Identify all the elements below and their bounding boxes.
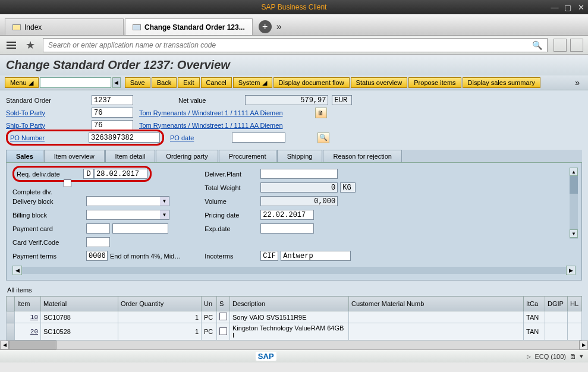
billing-block-dropdown[interactable]: ▼ bbox=[86, 210, 169, 220]
pricing-date-field[interactable] bbox=[260, 210, 314, 220]
table-row[interactable]: 10 SC10788 1 PC Sony VAIO SVS1511R9E TAN bbox=[7, 311, 582, 323]
col-dgip[interactable]: DGIP bbox=[545, 297, 568, 311]
cell-custmat[interactable] bbox=[349, 323, 524, 341]
col-material[interactable]: Material bbox=[41, 297, 118, 311]
close-icon[interactable]: ✕ bbox=[576, 2, 586, 12]
minimize-icon[interactable]: — bbox=[550, 2, 559, 12]
sold-to-link[interactable]: Tom Rymenants / Windstreet 1 / 1111 AA D… bbox=[139, 109, 283, 116]
sold-to-field[interactable] bbox=[92, 108, 133, 118]
tab-change-order[interactable]: Change Standard Order 123... bbox=[125, 18, 253, 35]
col-custmat[interactable]: Customer Material Numb bbox=[349, 297, 524, 311]
ship-to-label[interactable]: Ship-To Party bbox=[6, 122, 89, 129]
col-hl[interactable]: HL bbox=[568, 297, 582, 311]
more-actions-icon[interactable]: » bbox=[575, 78, 583, 87]
col-item[interactable]: Item bbox=[15, 297, 41, 311]
menu-icon[interactable] bbox=[5, 39, 18, 52]
search-input[interactable] bbox=[48, 41, 532, 49]
cell-item[interactable]: 10 bbox=[15, 311, 41, 323]
cell-qty[interactable]: 1 bbox=[118, 323, 202, 341]
cell-itca[interactable]: TAN bbox=[524, 311, 545, 323]
nav-back-icon[interactable]: ◀ bbox=[112, 77, 121, 88]
status-menu-icon[interactable]: ▾ bbox=[580, 352, 583, 360]
scroll-left-icon[interactable]: ◀ bbox=[12, 266, 22, 275]
save-button[interactable]: Save bbox=[125, 77, 150, 88]
ship-to-link[interactable]: Tom Rymenants / Windstreet 1 / 1111 AA D… bbox=[139, 122, 283, 129]
row-selector[interactable] bbox=[7, 311, 15, 323]
tab-item-overview[interactable]: Item overview bbox=[44, 150, 105, 162]
std-order-field[interactable] bbox=[92, 95, 133, 105]
tab-shipping[interactable]: Shipping bbox=[277, 150, 323, 162]
col-un[interactable]: Un bbox=[202, 297, 217, 311]
exit-button[interactable]: Exit bbox=[178, 77, 199, 88]
col-itca[interactable]: ItCa bbox=[524, 297, 545, 311]
incoterms-loc-field[interactable] bbox=[281, 251, 351, 261]
card-verif-field[interactable] bbox=[86, 237, 110, 247]
cell-s[interactable] bbox=[217, 323, 230, 341]
menu-button[interactable]: Menu ◢ bbox=[5, 77, 39, 88]
payment-card-field[interactable] bbox=[86, 223, 110, 234]
scroll-down-icon[interactable]: ▼ bbox=[570, 229, 578, 238]
col-selector[interactable] bbox=[7, 297, 15, 311]
tab-item-detail[interactable]: Item detail bbox=[105, 150, 156, 162]
complete-dlv-checkbox[interactable] bbox=[64, 179, 71, 187]
po-number-label[interactable]: PO Number bbox=[10, 134, 89, 141]
cell-material[interactable]: SC10528 bbox=[41, 323, 118, 341]
search-help-icon[interactable]: 🔍 bbox=[317, 133, 329, 143]
new-tab-button[interactable]: + bbox=[259, 20, 272, 33]
sold-to-label[interactable]: Sold-To Party bbox=[6, 109, 89, 116]
col-qty[interactable]: Order Quantity bbox=[118, 297, 202, 311]
scroll-up-icon[interactable]: ▲ bbox=[570, 168, 578, 176]
cell-itca[interactable]: TAN bbox=[524, 323, 545, 341]
panel-toggle-2[interactable] bbox=[570, 39, 583, 52]
cell-un[interactable]: PC bbox=[202, 323, 217, 341]
page-scroll-left-icon[interactable]: ◀ bbox=[0, 341, 9, 349]
scroll-right-icon[interactable]: ▶ bbox=[566, 266, 576, 275]
search-icon[interactable]: 🔍 bbox=[532, 40, 542, 50]
cell-qty[interactable]: 1 bbox=[118, 311, 202, 323]
tab-ordering-party[interactable]: Ordering party bbox=[156, 150, 218, 162]
payment-terms-field[interactable] bbox=[86, 251, 108, 261]
page-scroll-thumb[interactable] bbox=[9, 341, 56, 349]
hscroll-track[interactable] bbox=[22, 267, 566, 274]
propose-items-button[interactable]: Propose items bbox=[408, 77, 461, 88]
back-button[interactable]: Back bbox=[152, 77, 177, 88]
system-button[interactable]: System ◢ bbox=[233, 77, 272, 88]
deliver-plant-field[interactable] bbox=[260, 169, 338, 179]
tab-sales[interactable]: Sales bbox=[6, 150, 43, 162]
tab-procurement[interactable]: Procurement bbox=[219, 150, 276, 162]
payment-card-num-field[interactable] bbox=[112, 223, 168, 234]
table-row[interactable]: 20 SC10528 1 PC Kingston Technology Valu… bbox=[7, 323, 582, 341]
po-date-label[interactable]: PO date bbox=[170, 134, 194, 141]
tab-rejection[interactable]: Reason for rejection bbox=[323, 150, 401, 162]
req-deliv-type-field[interactable] bbox=[83, 169, 94, 179]
search-box[interactable]: 🔍 bbox=[43, 38, 548, 52]
cell-s[interactable] bbox=[217, 311, 230, 323]
cancel-button[interactable]: Cancel bbox=[201, 77, 232, 88]
status-arrow-icon[interactable]: ▷ bbox=[527, 354, 531, 360]
status-icon[interactable]: 🖺 bbox=[570, 353, 576, 360]
cell-material[interactable]: SC10788 bbox=[41, 311, 118, 323]
po-date-field[interactable] bbox=[232, 133, 285, 143]
req-deliv-date-field[interactable] bbox=[94, 169, 147, 179]
col-desc[interactable]: Description bbox=[230, 297, 349, 311]
tab-index[interactable]: Index bbox=[5, 18, 124, 35]
display-flow-button[interactable]: Display document flow bbox=[273, 77, 350, 88]
exp-date-field[interactable] bbox=[260, 223, 314, 234]
maximize-icon[interactable]: ▢ bbox=[563, 2, 573, 12]
status-overview-button[interactable]: Status overview bbox=[351, 77, 408, 88]
page-scroll-right-icon[interactable]: ▶ bbox=[579, 341, 588, 349]
sales-summary-button[interactable]: Display sales summary bbox=[463, 77, 540, 88]
panel-vscroll[interactable]: ▲ ▼ bbox=[570, 168, 578, 239]
more-tabs-icon[interactable]: » bbox=[276, 21, 282, 32]
ship-to-field[interactable] bbox=[92, 120, 133, 130]
panel-hscroll[interactable]: ◀ ▶ bbox=[12, 266, 576, 275]
command-field[interactable] bbox=[40, 77, 111, 88]
row-selector[interactable] bbox=[7, 323, 15, 341]
panel-toggle-1[interactable] bbox=[554, 39, 567, 52]
favorite-icon[interactable]: ★ bbox=[24, 39, 37, 52]
page-scroll-track[interactable] bbox=[9, 341, 579, 349]
s-checkbox[interactable] bbox=[219, 313, 227, 320]
cell-hl[interactable] bbox=[568, 323, 582, 341]
s-checkbox[interactable] bbox=[219, 327, 227, 335]
cell-dgip[interactable] bbox=[545, 311, 568, 323]
